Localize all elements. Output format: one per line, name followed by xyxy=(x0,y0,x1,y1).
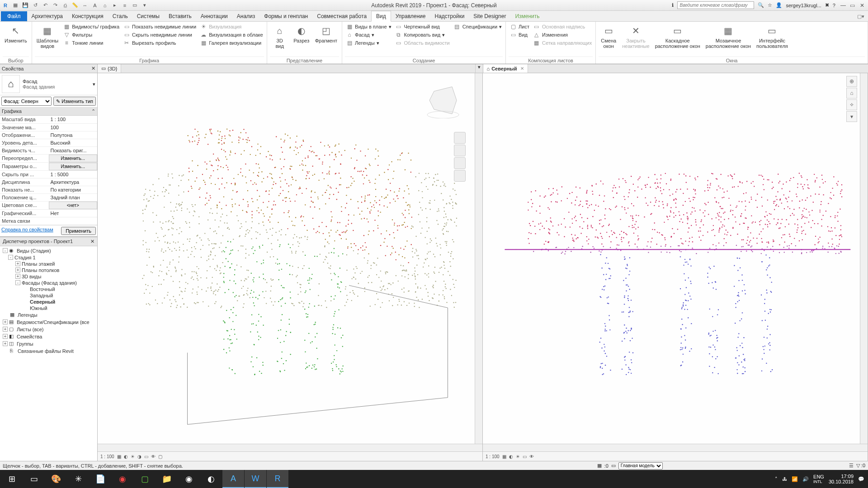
scrollbar-vertical[interactable] xyxy=(475,73,482,444)
exchange-icon[interactable]: ✖ xyxy=(825,2,829,8)
sheet-button[interactable]: ▢Лист xyxy=(509,23,530,31)
navigation-bar[interactable] xyxy=(454,132,466,182)
section-button[interactable]: ◐Разрез xyxy=(292,23,311,44)
taskbar-app[interactable]: 📄 xyxy=(90,470,111,488)
info-icon[interactable]: ℹ xyxy=(672,2,674,8)
prop-value[interactable]: Показать ориг... xyxy=(49,146,98,154)
section-icon[interactable]: ▸ xyxy=(111,2,118,9)
help-icon[interactable]: ? xyxy=(833,3,835,8)
cascade-button[interactable]: ▭Каскадное расположение окон xyxy=(653,23,702,50)
signin-icon[interactable]: 👤 xyxy=(776,2,782,8)
group-header[interactable]: Графика⌃ xyxy=(0,108,97,116)
user-label[interactable]: sergey13krugl... xyxy=(786,3,821,8)
tree-node[interactable]: -Фасады (Фасад здания) xyxy=(1,280,96,286)
properties-help-link[interactable]: Справка по свойствам xyxy=(1,227,53,235)
minimize-button[interactable]: — xyxy=(839,2,847,9)
align-icon[interactable]: ↔ xyxy=(81,2,89,9)
3dview-button[interactable]: ⌂3D вид xyxy=(270,23,290,50)
tab-steel[interactable]: Сталь xyxy=(108,11,132,21)
prop-value[interactable] xyxy=(49,217,98,225)
tree-node[interactable]: Южный xyxy=(1,305,96,311)
redo-icon[interactable]: ↷ xyxy=(52,2,59,9)
canvas-3d[interactable] xyxy=(98,73,475,444)
volume-icon[interactable]: 🔊 xyxy=(802,476,809,482)
sun-icon[interactable]: ☀ xyxy=(516,454,520,459)
chevron-down-icon[interactable]: ▾ xyxy=(141,2,148,9)
ui-button[interactable]: ▭Интерфейс пользователя xyxy=(755,23,790,50)
tree-node[interactable]: Северный xyxy=(1,299,96,305)
view-button[interactable]: ▭Вид xyxy=(509,31,530,39)
tree-node[interactable]: +3D виды xyxy=(1,273,96,280)
taskbar-app[interactable]: ◉ xyxy=(112,470,133,488)
chevron-down-icon[interactable]: ▾ xyxy=(93,81,95,87)
undo-icon[interactable]: ↶ xyxy=(42,2,49,9)
elevation-button[interactable]: ⌂Фасад ▾ xyxy=(345,31,392,39)
tab-collaborate[interactable]: Совместная работа xyxy=(312,11,371,21)
tree-node[interactable]: -Стадия 1 xyxy=(1,254,96,261)
prop-value[interactable]: Высокий xyxy=(49,139,98,146)
prop-value[interactable]: <нет> xyxy=(49,201,98,209)
view-tab-north[interactable]: ⌂Северный✕ xyxy=(483,64,528,73)
taskbar-app[interactable]: 🎨 xyxy=(45,470,67,488)
tab-manage[interactable]: Управление xyxy=(391,11,430,21)
callout-button[interactable]: ◰Фрагмент xyxy=(313,23,339,44)
filters-button[interactable]: ▽Фильтры xyxy=(62,31,120,39)
view-cube[interactable] xyxy=(425,82,461,118)
sync-icon[interactable]: ↺ xyxy=(32,2,39,9)
reveal-icon[interactable]: ▢ xyxy=(158,454,162,459)
legends-button[interactable]: ▤Легенды ▾ xyxy=(345,39,392,47)
close-button[interactable]: ✕ xyxy=(858,2,866,9)
tree-node[interactable]: +Планы потолков xyxy=(1,267,96,273)
zoom-icon[interactable] xyxy=(454,157,466,169)
tree-node[interactable]: +Планы этажей xyxy=(1,261,96,267)
schedules-button[interactable]: ▤Спецификации ▾ xyxy=(453,23,503,31)
planviews-button[interactable]: ▦Виды в плане ▾ xyxy=(345,23,392,31)
tab-view[interactable]: Вид xyxy=(371,11,391,22)
shadow-icon[interactable]: ◑ xyxy=(137,454,142,459)
search-icon[interactable]: 🔍 xyxy=(758,2,764,8)
hide-icon[interactable]: 👁 xyxy=(529,454,534,459)
tab-modify[interactable]: Изменить xyxy=(510,11,544,21)
scrollbar-horizontal[interactable] xyxy=(483,444,868,451)
default3d-icon[interactable]: ⌂ xyxy=(101,2,108,9)
explorer-button[interactable]: 📁 xyxy=(156,470,178,488)
language-indicator[interactable]: ENGINTL xyxy=(813,474,824,484)
notifications-icon[interactable]: 💬 xyxy=(858,476,864,482)
model-icon[interactable]: ▭ xyxy=(611,463,616,469)
save-icon[interactable]: 💾 xyxy=(22,2,29,9)
filter-icon[interactable]: ▽ :0 xyxy=(856,463,865,469)
cloud-render-button[interactable]: ☁Визуализация в облаке xyxy=(199,31,264,39)
switch-windows-button[interactable]: ▭Смена окон xyxy=(599,23,618,50)
view-tab-3d[interactable]: ▭{3D} xyxy=(98,64,121,73)
tab-structure[interactable]: Конструкция xyxy=(67,11,108,21)
style-icon[interactable]: ◐ xyxy=(124,454,128,459)
modify-button[interactable]: ↖Изменить xyxy=(3,23,29,44)
nav-tool-icon[interactable]: ⊕ xyxy=(846,76,857,87)
start-button[interactable]: ⊞ xyxy=(1,470,23,488)
prop-value[interactable]: 100 xyxy=(49,123,98,131)
prop-value[interactable]: 1 : 100 xyxy=(49,116,98,123)
view-templates-button[interactable]: ▦Шаблоны видов xyxy=(35,23,61,50)
text-icon[interactable]: A xyxy=(91,2,99,9)
close-inactive-icon[interactable]: ▭ xyxy=(131,2,138,9)
chrome-button[interactable]: ◉ xyxy=(178,470,200,488)
scrollbar-horizontal[interactable] xyxy=(98,444,482,451)
thin-lines-button[interactable]: ≡Тонкие линии xyxy=(62,39,120,47)
tab-massing[interactable]: Формы и генплан xyxy=(259,11,312,21)
close-icon[interactable]: ✕ xyxy=(90,239,94,244)
worksets-icon[interactable]: ▦ xyxy=(597,463,602,469)
browser-tree[interactable]: -◉Виды (Стадия)-Стадия 1+Планы этажей+Пл… xyxy=(0,246,97,356)
taskbar-app[interactable]: ▢ xyxy=(134,470,156,488)
tab-addins[interactable]: Надстройки xyxy=(430,11,469,21)
tab-annotate[interactable]: Аннотации xyxy=(196,11,232,21)
scale-label[interactable]: 1 : 100 xyxy=(100,454,114,459)
tree-node[interactable]: +◫Группы xyxy=(1,340,96,347)
prop-value[interactable]: 1 : 5000 xyxy=(49,170,98,178)
revit-button[interactable]: R xyxy=(267,470,288,488)
tree-node[interactable]: Восточный xyxy=(1,286,96,292)
print-icon[interactable]: ⎙ xyxy=(61,2,69,9)
nav-tool-icon[interactable]: ⌂ xyxy=(846,88,857,99)
style-icon[interactable]: ◐ xyxy=(509,454,513,459)
selection-icon[interactable]: ☰ xyxy=(849,463,854,469)
ribbon-collapse-icon[interactable]: ▢▾ xyxy=(854,12,868,21)
